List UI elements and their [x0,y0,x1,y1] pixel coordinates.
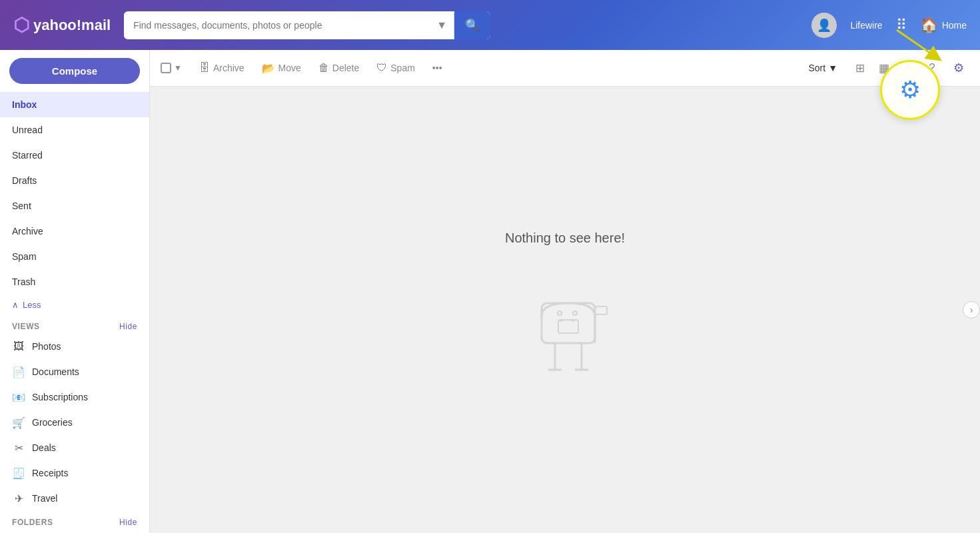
move-icon: 📂 [262,62,275,75]
views-hide-button[interactable]: Hide [119,322,137,331]
logo-text: yahoo!mail [33,17,111,34]
select-all-checkbox[interactable] [161,63,171,73]
deals-label: Deals [32,442,56,453]
photos-label: Photos [32,341,61,352]
travel-label: Travel [32,493,57,504]
groceries-label: Groceries [32,417,73,428]
header: ⬡ yahoo!mail ▼ 🔍 👤 Lifewire ⠿ 🏠 Home [0,0,980,50]
starred-label: Starred [12,150,43,161]
logo-icon: ⬡ [13,14,29,36]
user-name: Lifewire [850,20,882,31]
header-right: 👤 Lifewire ⠿ 🏠 Home [811,13,967,38]
collapse-panel-button[interactable]: › [963,301,980,318]
arrow-pointer [890,23,943,63]
search-bar: ▼ 🔍 [124,11,490,39]
archive-icon: 🗄 [199,62,210,74]
documents-label: Documents [32,366,79,377]
delete-button[interactable]: 🗑 Delete [312,57,366,79]
more-icon: ••• [432,63,442,73]
spam-label: Spam [12,251,37,262]
delete-label: Delete [332,63,359,73]
receipts-label: Receipts [32,468,68,478]
more-button[interactable]: ••• [426,58,449,78]
archive-button[interactable]: 🗄 Archive [193,57,251,79]
settings-button[interactable]: ⚙ [948,57,969,79]
less-label: Less [23,300,41,310]
sidebar-item-archive[interactable]: Archive [0,219,149,244]
archive-label: Archive [12,226,43,237]
folders-section-header: Folders Hide [0,511,149,530]
move-button[interactable]: 📂 Move [255,57,308,79]
split-view-button[interactable]: ⊞ [849,57,871,79]
sort-chevron-icon: ▼ [828,63,837,73]
svg-line-10 [897,30,935,57]
body: Compose Inbox Unread Starred Drafts Sent… [0,50,980,533]
views-item-photos[interactable]: 🖼 Photos [0,334,149,359]
compose-button[interactable]: Compose [9,58,140,84]
views-label: Views [12,322,40,331]
less-toggle[interactable]: ∧ Less [0,294,149,315]
sidebar-item-inbox[interactable]: Inbox [0,92,149,117]
logo: ⬡ yahoo!mail [13,14,111,36]
subscriptions-label: Subscriptions [32,392,88,402]
receipts-icon: 🧾 [12,466,25,480]
search-chevron-icon[interactable]: ▼ [430,13,454,38]
chevron-up-icon: ∧ [12,300,19,310]
documents-icon: 📄 [12,365,25,378]
sort-button[interactable]: Sort ▼ [801,59,844,77]
views-section-header: Views Hide [0,315,149,334]
empty-title: Nothing to see here! [505,231,625,246]
select-chevron-icon[interactable]: ▼ [174,63,182,73]
settings-spotlight-overlay: ⚙ [880,60,940,120]
select-all-area: ▼ [161,63,182,73]
views-item-deals[interactable]: ✂ Deals [0,435,149,460]
main-content: ▼ 🗄 Archive 📂 Move 🗑 Delete 🛡 Spam ••• [150,50,980,533]
avatar: 👤 [811,13,837,38]
svg-rect-0 [542,303,595,343]
move-label: Move [278,63,301,73]
folders-label: Folders [12,518,53,527]
sort-label: Sort [808,63,825,73]
search-input[interactable] [124,13,430,37]
views-item-documents[interactable]: 📄 Documents [0,359,149,384]
sent-label: Sent [12,201,31,211]
empty-state: Nothing to see here! [505,231,625,390]
views-item-subscriptions[interactable]: 📧 Subscriptions [0,384,149,410]
groceries-icon: 🛒 [12,416,25,429]
archive-label: Archive [213,63,245,73]
subscriptions-icon: 📧 [12,390,25,404]
svg-point-8 [558,311,562,315]
folders-hide-button[interactable]: Hide [119,518,137,527]
delete-icon: 🗑 [318,62,329,74]
unread-label: Unread [12,125,43,135]
sidebar-item-starred[interactable]: Starred [0,143,149,168]
empty-mailbox-illustration [512,257,618,390]
deals-icon: ✂ [12,441,25,454]
email-list-area: Nothing to see here! [150,87,980,533]
svg-rect-1 [558,320,578,333]
spam-icon: 🛡 [376,62,387,74]
inbox-label: Inbox [12,99,37,110]
spotlight-circle: ⚙ [880,60,940,120]
home-label: Home [942,20,967,31]
views-item-travel[interactable]: ✈ Travel [0,486,149,511]
drafts-label: Drafts [12,175,37,186]
toolbar: ▼ 🗄 Archive 📂 Move 🗑 Delete 🛡 Spam ••• [150,50,980,87]
sidebar-item-unread[interactable]: Unread [0,117,149,143]
travel-icon: ✈ [12,492,25,505]
svg-rect-3 [595,306,607,314]
search-button[interactable]: 🔍 [454,11,490,39]
views-item-groceries[interactable]: 🛒 Groceries [0,410,149,435]
photos-icon: 🖼 [12,340,25,353]
views-item-receipts[interactable]: 🧾 Receipts [0,460,149,486]
spam-label: Spam [390,63,415,73]
svg-point-9 [573,311,577,315]
sidebar-item-spam[interactable]: Spam [0,244,149,269]
sidebar-item-trash[interactable]: Trash [0,269,149,294]
spotlight-gear-icon: ⚙ [899,76,921,104]
spam-button[interactable]: 🛡 Spam [370,57,422,79]
trash-label: Trash [12,276,35,287]
sidebar-item-drafts[interactable]: Drafts [0,168,149,193]
sidebar: Compose Inbox Unread Starred Drafts Sent… [0,50,150,533]
sidebar-item-sent[interactable]: Sent [0,193,149,219]
